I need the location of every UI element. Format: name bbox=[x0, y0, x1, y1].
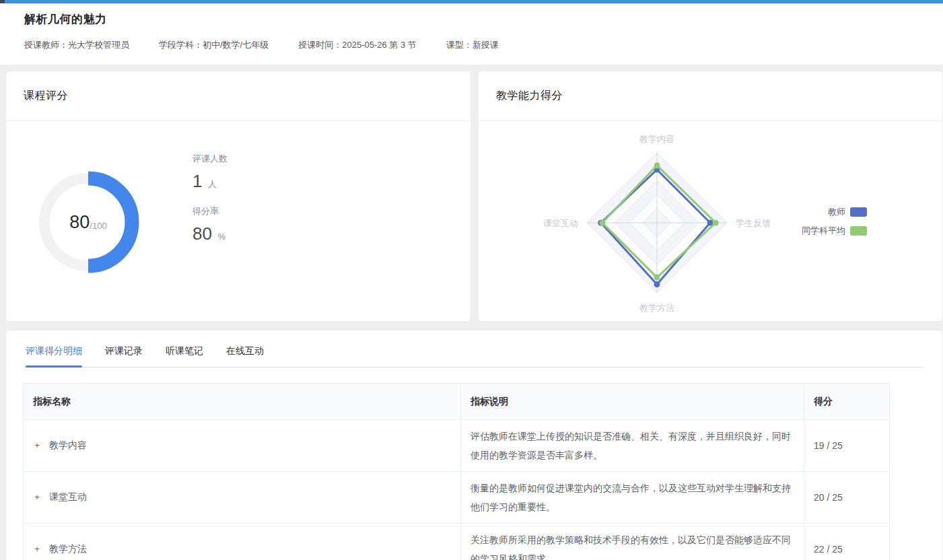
teaching-ability-card-header: 教学能力得分 bbox=[479, 71, 942, 121]
score-rate-unit: % bbox=[217, 232, 225, 242]
legend-label-teacher: 教师 bbox=[828, 206, 845, 218]
expand-icon[interactable]: + bbox=[33, 492, 41, 502]
indicator-name: 课堂互动 bbox=[49, 491, 87, 502]
table-row: +课堂互动 衡量的是教师如何促进课堂内的交流与合作，以及这些互动对学生理解和支持… bbox=[24, 472, 890, 524]
raters-unit: 人 bbox=[208, 179, 217, 189]
stat-value-rate: 80 % bbox=[193, 223, 228, 244]
meta-subject: 学段学科：初中/数学/七年级 bbox=[159, 39, 269, 51]
radar-chart-svg: 教学内容学生反馈教学方法课堂互动 bbox=[479, 121, 943, 322]
course-score-card: 课程评分 80 /100 评课人数 1 人 得分率 80 % bbox=[5, 71, 471, 322]
detail-card: 评课得分明细 评课记录 听课笔记 在线互动 指标名称 指标说明 得分 +教学内容 bbox=[5, 330, 943, 560]
donut-score-value: 80 bbox=[69, 212, 90, 233]
indicator-desc: 评估教师在课堂上传授的知识是否准确、相关、有深度，并且组织良好，同时使用的教学资… bbox=[470, 427, 794, 464]
indicator-name: 教学内容 bbox=[49, 440, 87, 450]
legend-swatch-average bbox=[850, 226, 867, 236]
page-header: 解析几何的魅力 授课教师：光大学校管理员 学段学科：初中/数学/七年级 授课时间… bbox=[0, 3, 943, 65]
svg-text:教学方法: 教学方法 bbox=[639, 303, 674, 313]
expand-icon[interactable]: + bbox=[33, 544, 41, 554]
col-header-indicator-desc: 指标说明 bbox=[461, 384, 804, 420]
tab-score-detail[interactable]: 评课得分明细 bbox=[26, 345, 82, 367]
stat-label-rate: 得分率 bbox=[193, 205, 228, 217]
legend-item-average[interactable]: 同学科平均 bbox=[802, 225, 867, 237]
indicator-desc: 关注教师所采用的教学策略和技术手段的有效性，以及它们是否能够适应不同的学习风格和… bbox=[470, 530, 794, 560]
svg-text:学生反馈: 学生反馈 bbox=[736, 218, 771, 228]
tab-lecture-notes[interactable]: 听课笔记 bbox=[166, 345, 203, 367]
stat-value-raters: 1 人 bbox=[193, 171, 228, 192]
score-rate-value: 80 bbox=[193, 223, 212, 244]
page-title: 解析几何的魅力 bbox=[24, 11, 919, 27]
teaching-ability-card: 教学能力得分 教学内容学生反馈教学方法课堂互动 教师 同学科平均 bbox=[478, 71, 943, 322]
indicator-score: 19 / 25 bbox=[804, 420, 890, 472]
score-stats: 评课人数 1 人 得分率 80 % bbox=[193, 153, 228, 258]
indicator-name: 教学方法 bbox=[49, 543, 87, 554]
table-row: +教学方法 关注教师所采用的教学策略和技术手段的有效性，以及它们是否能够适应不同… bbox=[24, 524, 890, 560]
indicator-table-wrap: 指标名称 指标说明 得分 +教学内容 评估教师在课堂上传授的知识是否准确、相关、… bbox=[23, 383, 889, 560]
tab-evaluation-records[interactable]: 评课记录 bbox=[105, 345, 143, 367]
table-header-row: 指标名称 指标说明 得分 bbox=[24, 384, 890, 420]
col-header-score: 得分 bbox=[804, 384, 890, 420]
top-progress-bar bbox=[0, 0, 943, 3]
legend-label-average: 同学科平均 bbox=[802, 225, 845, 237]
indicator-score: 22 / 25 bbox=[804, 524, 890, 560]
meta-time: 授课时间：2025-05-26 第 3 节 bbox=[298, 39, 417, 51]
col-header-indicator-name: 指标名称 bbox=[24, 384, 461, 420]
tab-bar: 评课得分明细 评课记录 听课笔记 在线互动 bbox=[6, 330, 942, 368]
table-row: +教学内容 评估教师在课堂上传授的知识是否准确、相关、有深度，并且组织良好，同时… bbox=[24, 420, 890, 472]
indicator-table: 指标名称 指标说明 得分 +教学内容 评估教师在课堂上传授的知识是否准确、相关、… bbox=[23, 383, 890, 560]
donut-score-denominator: /100 bbox=[90, 221, 106, 231]
meta-course-type: 课型：新授课 bbox=[446, 39, 499, 51]
indicator-desc: 衡量的是教师如何促进课堂内的交流与合作，以及这些互动对学生理解和支持他们学习的重… bbox=[470, 479, 794, 516]
legend-swatch-teacher bbox=[850, 207, 867, 217]
radar-legend: 教师 同学科平均 bbox=[802, 206, 867, 237]
stat-label-raters: 评课人数 bbox=[193, 153, 228, 165]
svg-text:课堂互动: 课堂互动 bbox=[543, 218, 578, 228]
tab-online-interaction[interactable]: 在线互动 bbox=[226, 345, 264, 367]
course-score-title: 课程评分 bbox=[24, 89, 68, 103]
course-score-card-header: 课程评分 bbox=[6, 71, 470, 121]
teaching-ability-title: 教学能力得分 bbox=[496, 89, 563, 103]
meta-teacher: 授课教师：光大学校管理员 bbox=[24, 39, 129, 51]
course-meta: 授课教师：光大学校管理员 学段学科：初中/数学/七年级 授课时间：2025-05… bbox=[24, 39, 919, 51]
svg-text:教学内容: 教学内容 bbox=[639, 134, 674, 144]
donut-center-text: 80 /100 bbox=[34, 168, 142, 276]
legend-item-teacher[interactable]: 教师 bbox=[828, 206, 867, 218]
indicator-score: 20 / 25 bbox=[804, 472, 890, 524]
score-donut-chart: 80 /100 bbox=[34, 168, 142, 276]
expand-icon[interactable]: + bbox=[33, 440, 41, 450]
top-progress-bar-segment bbox=[0, 0, 5, 3]
raters-count: 1 bbox=[193, 171, 202, 191]
